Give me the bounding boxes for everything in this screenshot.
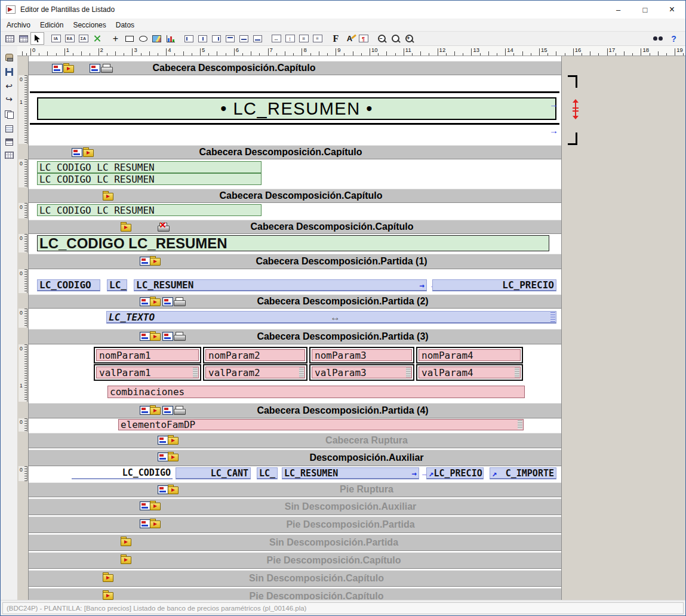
field[interactable]: elementoFamDP <box>118 419 524 430</box>
image-icon[interactable] <box>150 32 164 45</box>
table-icon[interactable] <box>17 32 30 45</box>
ellipse-icon[interactable] <box>136 32 150 45</box>
section-band[interactable]: Descomposición.Auxiliar <box>29 448 561 466</box>
grid-icon[interactable] <box>52 64 63 73</box>
copy-icon[interactable] <box>2 108 16 121</box>
field[interactable]: ↗C_IMPORTE <box>490 467 556 479</box>
section-band[interactable]: Cabecera Descomposición.Partida (3) <box>29 328 561 344</box>
grid-icon[interactable] <box>140 501 150 510</box>
grid-icon[interactable] <box>3 32 17 45</box>
redo-icon[interactable]: ↪ <box>2 93 16 105</box>
section-band[interactable]: Pie Descomposición.Capítulo <box>29 551 561 569</box>
field[interactable]: combinaciones <box>107 386 525 398</box>
grid-icon[interactable] <box>90 64 100 73</box>
param-cell[interactable]: valParam1 <box>94 364 201 381</box>
horizontal-rule[interactable] <box>30 123 559 125</box>
margin-bracket-top-icon[interactable] <box>568 75 577 88</box>
section-band[interactable]: ×Cabecera Descomposición.Capítulo <box>29 218 561 234</box>
printer-icon[interactable] <box>101 64 112 72</box>
folder-icon[interactable] <box>103 592 113 600</box>
minimize-button[interactable]: – <box>605 1 632 19</box>
maximize-button[interactable]: □ <box>632 1 659 19</box>
section-band[interactable]: Cabecera Descomposición.Capítulo <box>29 144 561 159</box>
field[interactable]: LC_ <box>107 279 127 291</box>
folder-icon[interactable] <box>103 193 113 201</box>
param-cell[interactable]: valParam2 <box>203 364 307 381</box>
field[interactable]: ↗LC_PRECIO <box>426 467 484 479</box>
template-page[interactable]: Cabecera Descomposición.Capítulo• LC_RES… <box>28 56 562 600</box>
section-band[interactable]: Cabecera Ruptura <box>29 432 561 448</box>
folder-icon[interactable] <box>168 454 179 461</box>
folder-icon[interactable] <box>150 258 161 266</box>
folder-icon[interactable] <box>150 298 161 306</box>
same-height-icon[interactable]: ↕ <box>283 32 297 45</box>
align-middle-icon[interactable] <box>237 32 251 45</box>
menu-item-0[interactable]: Archivo <box>2 20 35 30</box>
font-style-icon[interactable]: A <box>343 32 356 45</box>
fit-height-icon[interactable]: ≡ <box>310 32 324 45</box>
align-center-icon[interactable] <box>196 32 210 45</box>
field[interactable]: LC_PRECIO <box>432 279 556 291</box>
section-content[interactable]: LC_CODIGO LC_RESUMENLC_CODIGO LC_RESUMEN <box>29 159 561 187</box>
field[interactable]: valParam1 <box>96 366 199 378</box>
section-band[interactable]: Cabecera Descomposición.Partida (4) <box>29 402 561 418</box>
field[interactable]: nomParam4 <box>419 349 521 361</box>
field[interactable]: valParam2 <box>205 366 305 378</box>
folder-icon[interactable] <box>150 503 161 510</box>
binoculars-icon[interactable] <box>651 32 665 45</box>
section-content[interactable]: LC_CODIGOLC_CANTLC_LC_RESUMEN→→↗LC_PRECI… <box>29 466 561 481</box>
param-cell[interactable]: nomParam2 <box>203 347 307 364</box>
field-note-icon[interactable]: EA <box>63 32 76 45</box>
grid-icon[interactable] <box>158 485 168 494</box>
grid-icon[interactable] <box>140 519 150 528</box>
folder-icon[interactable] <box>121 556 131 564</box>
section-content[interactable]: LC_TEXTO↔ <box>29 309 561 328</box>
section-band[interactable]: Cabecera Descomposición.Capítulo <box>29 60 561 75</box>
zoom-in-icon[interactable]: + <box>402 32 416 45</box>
grid-icon[interactable] <box>72 148 82 157</box>
margin-bracket-bottom-icon[interactable] <box>568 133 577 145</box>
grid-icon[interactable] <box>162 297 173 306</box>
printer-icon[interactable] <box>174 406 184 414</box>
field[interactable]: LC_RESUMEN→ <box>282 467 419 479</box>
grid-icon[interactable] <box>140 297 150 306</box>
cursor-icon[interactable] <box>30 32 44 45</box>
folder-icon[interactable] <box>121 538 131 546</box>
font-icon[interactable]: F <box>329 32 343 45</box>
field[interactable]: LC_CODIGO <box>72 467 173 479</box>
section-content[interactable]: LC_CODIGO LC_RESUMEN <box>29 203 561 218</box>
section-band[interactable]: Cabecera Descomposición.Partida (1) <box>29 252 561 269</box>
grid-icon[interactable] <box>162 406 173 415</box>
section-band[interactable]: Cabecera Descomposición.Capítulo <box>29 187 561 203</box>
field[interactable]: LC_CODIGO LC_RESUMEN <box>37 235 549 251</box>
param-cell[interactable]: nomParam3 <box>309 347 414 364</box>
section-band[interactable]: Cabecera Descomposición.Partida (2) <box>29 293 561 309</box>
menu-item-3[interactable]: Datos <box>111 20 139 30</box>
grid-icon[interactable] <box>158 452 168 461</box>
folder-icon[interactable] <box>168 486 179 494</box>
report-icon[interactable] <box>2 135 16 148</box>
section-band[interactable]: Pie Ruptura <box>29 481 561 497</box>
section-band[interactable]: Sin Descomposición.Capítulo <box>29 569 561 587</box>
align-left-icon[interactable] <box>182 32 196 45</box>
align-bottom-icon[interactable] <box>251 32 264 45</box>
section-band[interactable]: Sin Descomposición.Partida <box>29 533 561 551</box>
menu-item-1[interactable]: Edición <box>35 20 68 30</box>
horizontal-rule[interactable] <box>30 91 559 93</box>
menu-item-2[interactable]: Secciones <box>68 20 110 30</box>
param-cell[interactable]: valParam3 <box>309 364 414 381</box>
field[interactable]: LC_CODIGO <box>37 279 100 291</box>
folder-icon[interactable] <box>83 149 94 157</box>
field[interactable]: nomParam2 <box>205 349 305 361</box>
grid-icon[interactable] <box>140 257 150 266</box>
hand-icon[interactable] <box>2 51 16 63</box>
format-icon[interactable]: ¶ <box>356 32 370 45</box>
param-cell[interactable]: valParam4 <box>416 364 523 381</box>
field-banner[interactable]: • LC_RESUMEN • <box>37 97 556 120</box>
fit-width-icon[interactable]: = <box>297 32 310 45</box>
section-content[interactable]: elementoFamDP <box>29 418 561 432</box>
field[interactable]: valParam4 <box>419 366 521 378</box>
help-icon[interactable]: ? <box>667 32 681 45</box>
close-button[interactable]: × <box>659 1 685 19</box>
plus-icon[interactable]: + <box>109 32 122 45</box>
